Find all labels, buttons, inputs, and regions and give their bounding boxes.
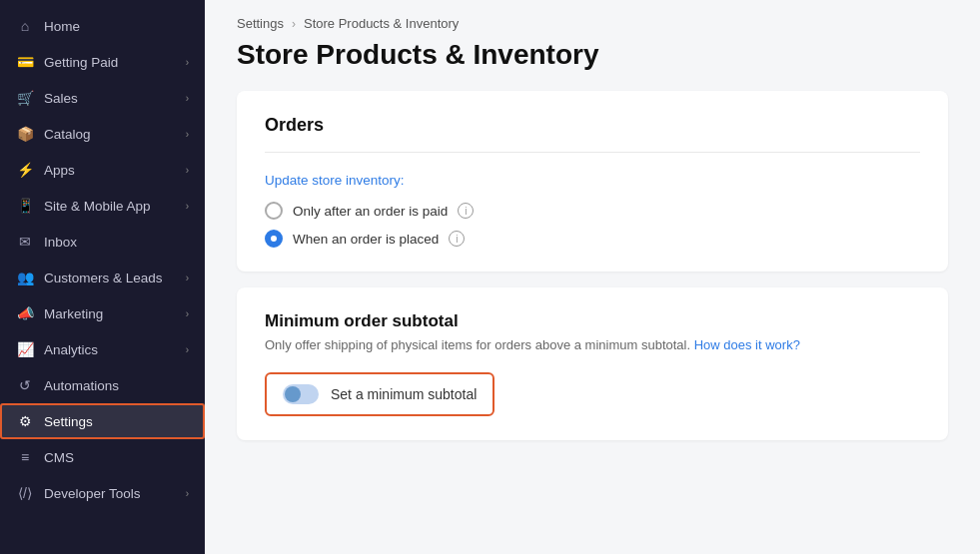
chevron-icon-site-mobile: › xyxy=(186,201,189,212)
toggle-switch[interactable] xyxy=(283,384,319,404)
chevron-icon-developer-tools: › xyxy=(186,488,189,499)
toggle-label: Set a minimum subtotal xyxy=(331,386,477,402)
settings-icon: ⚙ xyxy=(16,412,34,430)
sidebar-item-label-home: Home xyxy=(44,19,189,34)
sidebar: ⌂Home💳Getting Paid›🛒Sales›📦Catalog›⚡Apps… xyxy=(0,0,205,554)
sidebar-item-label-getting-paid: Getting Paid xyxy=(44,55,186,70)
sidebar-item-home[interactable]: ⌂Home xyxy=(0,8,205,44)
breadcrumb-current: Store Products & Inventory xyxy=(304,16,459,31)
radio-after-paid[interactable]: Only after an order is paid i xyxy=(265,202,920,220)
radio-label-when-placed: When an order is placed xyxy=(293,232,439,247)
radio-group: Only after an order is paid i When an or… xyxy=(265,202,920,248)
sidebar-item-developer-tools[interactable]: ⟨/⟩Developer Tools› xyxy=(0,475,205,511)
sidebar-item-apps[interactable]: ⚡Apps› xyxy=(0,152,205,188)
update-inventory-label: Update store inventory: xyxy=(265,173,920,188)
breadcrumb-settings[interactable]: Settings xyxy=(237,16,284,31)
apps-icon: ⚡ xyxy=(16,161,34,179)
sidebar-item-label-apps: Apps xyxy=(44,163,186,178)
sidebar-item-label-developer-tools: Developer Tools xyxy=(44,486,186,501)
orders-card: Orders Update store inventory: Only afte… xyxy=(237,91,948,272)
chevron-icon-analytics: › xyxy=(186,344,189,355)
sidebar-item-catalog[interactable]: 📦Catalog› xyxy=(0,116,205,152)
automations-icon: ↺ xyxy=(16,376,34,394)
toggle-knob xyxy=(285,386,301,402)
sidebar-item-label-customers-leads: Customers & Leads xyxy=(44,271,186,285)
home-icon: ⌂ xyxy=(16,17,34,35)
sidebar-item-automations[interactable]: ↺Automations xyxy=(0,367,205,403)
sidebar-item-sales[interactable]: 🛒Sales› xyxy=(0,80,205,116)
info-icon-when-placed[interactable]: i xyxy=(449,231,465,247)
inbox-icon: ✉ xyxy=(16,233,34,251)
sidebar-item-site-mobile[interactable]: 📱Site & Mobile App› xyxy=(0,188,205,224)
marketing-icon: 📣 xyxy=(16,304,34,322)
chevron-icon-apps: › xyxy=(186,165,189,176)
sidebar-item-label-automations: Automations xyxy=(44,378,189,393)
sidebar-item-label-cms: CMS xyxy=(44,450,189,465)
min-order-desc: Only offer shipping of physical items fo… xyxy=(265,337,920,352)
site-mobile-icon: 📱 xyxy=(16,197,34,215)
radio-circle-when-placed[interactable] xyxy=(265,230,283,248)
chevron-icon-catalog: › xyxy=(186,129,189,140)
chevron-icon-sales: › xyxy=(186,93,189,104)
min-order-desc-text: Only offer shipping of physical items fo… xyxy=(265,337,690,352)
main-content: Settings › Store Products & Inventory St… xyxy=(205,0,980,554)
chevron-icon-customers-leads: › xyxy=(186,273,189,283)
min-order-card: Minimum order subtotal Only offer shippi… xyxy=(237,287,948,440)
radio-label-after-paid: Only after an order is paid xyxy=(293,204,448,219)
info-icon-after-paid[interactable]: i xyxy=(458,203,474,219)
chevron-icon-marketing: › xyxy=(186,308,189,319)
getting-paid-icon: 💳 xyxy=(16,53,34,71)
sidebar-item-marketing[interactable]: 📣Marketing› xyxy=(0,295,205,331)
sidebar-item-inbox[interactable]: ✉Inbox xyxy=(0,224,205,260)
sidebar-item-getting-paid[interactable]: 💳Getting Paid› xyxy=(0,44,205,80)
how-does-it-work-link[interactable]: How does it work? xyxy=(694,337,800,352)
sidebar-item-label-catalog: Catalog xyxy=(44,127,186,142)
sidebar-item-label-inbox: Inbox xyxy=(44,235,189,250)
radio-when-placed[interactable]: When an order is placed i xyxy=(265,230,920,248)
breadcrumb: Settings › Store Products & Inventory xyxy=(205,0,980,35)
sidebar-item-customers-leads[interactable]: 👥Customers & Leads› xyxy=(0,260,205,295)
analytics-icon: 📈 xyxy=(16,340,34,358)
orders-card-title: Orders xyxy=(265,115,920,153)
sidebar-item-label-marketing: Marketing xyxy=(44,306,186,321)
catalog-icon: 📦 xyxy=(16,125,34,143)
sidebar-item-label-sales: Sales xyxy=(44,91,186,106)
sales-icon: 🛒 xyxy=(16,89,34,107)
toggle-row[interactable]: Set a minimum subtotal xyxy=(265,372,494,416)
sidebar-item-label-analytics: Analytics xyxy=(44,342,186,357)
breadcrumb-separator: › xyxy=(292,17,296,31)
page-title: Store Products & Inventory xyxy=(205,35,980,91)
radio-circle-after-paid[interactable] xyxy=(265,202,283,220)
sidebar-item-analytics[interactable]: 📈Analytics› xyxy=(0,331,205,367)
min-order-title: Minimum order subtotal xyxy=(265,311,920,331)
sidebar-item-label-site-mobile: Site & Mobile App xyxy=(44,199,186,214)
sidebar-item-settings[interactable]: ⚙Settings xyxy=(0,403,205,439)
cms-icon: ≡ xyxy=(16,448,34,466)
sidebar-item-label-settings: Settings xyxy=(44,414,189,429)
customers-leads-icon: 👥 xyxy=(16,269,34,286)
sidebar-item-cms[interactable]: ≡CMS xyxy=(0,439,205,475)
chevron-icon-getting-paid: › xyxy=(186,57,189,68)
developer-tools-icon: ⟨/⟩ xyxy=(16,484,34,502)
